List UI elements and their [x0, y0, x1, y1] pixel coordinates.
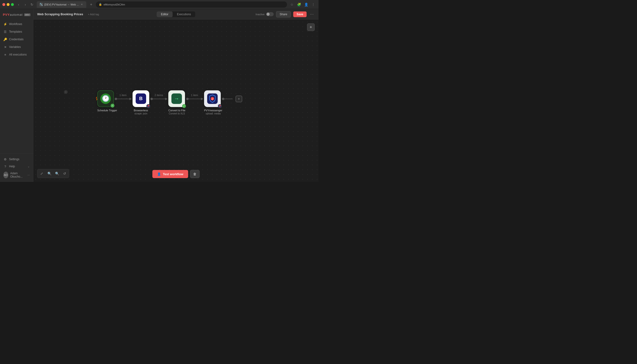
sidebar-item-help[interactable]: ? Help ⌄	[0, 163, 33, 170]
sidebar-item-templates[interactable]: ☰ Templates	[0, 28, 33, 36]
reload-button[interactable]: ↻	[29, 2, 35, 8]
zoom-in-button[interactable]: 🔍	[46, 170, 53, 177]
extensions-icon[interactable]: 🧩	[296, 2, 302, 8]
browser-tab[interactable]: 🔧 [DEV] PVYautomat → Web ... ✕	[37, 1, 86, 8]
tab-close-button[interactable]: ✕	[80, 3, 84, 6]
node-wrapper-convert: → ✓ Convert to File Convert to XLS	[168, 90, 186, 115]
node-pin-pvy: 📌	[218, 104, 222, 108]
clock-icon: 🕐	[102, 95, 110, 102]
sidebar-item-settings[interactable]: ⚙ Settings	[0, 156, 33, 163]
node-pin-browserless: 📌	[146, 104, 150, 108]
node-wrapper-pvy: ✓ 📌 PVYmessenger upload: media	[204, 90, 222, 115]
share-label: Share	[280, 13, 287, 16]
zoom-out-icon: 🔍	[55, 172, 59, 176]
help-icon: ?	[3, 164, 7, 168]
menu-icon[interactable]: ⋮	[310, 2, 316, 8]
schedule-trigger-icon: 🕐	[100, 94, 111, 104]
new-tab-button[interactable]: +	[88, 2, 94, 8]
node-sublabel-convert: Convert to XLS	[168, 112, 186, 115]
help-chevron-icon: ⌄	[28, 165, 30, 168]
tab-editor-label: Editor	[161, 13, 168, 16]
node-sublabel-pvy: upload: media	[204, 112, 222, 115]
forward-button[interactable]: ›	[22, 2, 28, 8]
node-pvymessenger[interactable]: ✓ 📌	[204, 90, 221, 107]
node-browserless[interactable]: B 📌	[132, 90, 149, 107]
node-label-browserless: Browserless	[132, 109, 149, 112]
tab-executions[interactable]: Executions	[172, 12, 195, 17]
bottom-bar: 👤 Test workflow 🗑	[152, 170, 200, 178]
share-button[interactable]: Share	[276, 11, 291, 18]
logo-pvy: PVY	[3, 13, 10, 16]
workflow-canvas[interactable]: + 1 item 2 items	[34, 20, 318, 182]
sidebar-label-executions: All executions	[9, 53, 27, 56]
tab-title: [DEV] PVYautomat → Web ...	[44, 3, 79, 6]
back-button[interactable]: ‹	[16, 2, 22, 8]
browser-actions: ☆ 🧩 👤 ⋮	[289, 2, 316, 8]
save-button[interactable]: Save	[293, 12, 306, 17]
sidebar-item-executions[interactable]: ≡ All executions	[0, 51, 33, 58]
zoom-controls: ⤢ 🔍 🔍 ↺	[37, 169, 69, 178]
reset-zoom-button[interactable]: ↺	[61, 170, 68, 177]
add-after-last-node-button[interactable]: +	[236, 96, 242, 102]
node-status-check-convert: ✓	[182, 104, 186, 108]
sidebar-nav: ⚡ Workflows ☰ Templates 🔑 Credentials ✕ …	[0, 20, 33, 154]
workflow-diagram: 1 item 2 items 1 item	[95, 80, 257, 118]
sidebar-item-workflows[interactable]: ⚡ Workflows	[0, 20, 33, 28]
tab-bar: Editor Executions	[157, 12, 195, 17]
fit-view-button[interactable]: ⤢	[38, 170, 45, 177]
more-options-button[interactable]: ⋯	[309, 11, 315, 18]
sidebar-item-credentials[interactable]: 🔑 Credentials	[0, 36, 33, 43]
zoom-in-icon: 🔍	[48, 172, 52, 176]
traffic-light-red[interactable]	[2, 3, 5, 6]
credentials-icon: 🔑	[3, 38, 7, 41]
profile-icon[interactable]: 👤	[303, 2, 309, 8]
zoom-out-button[interactable]: 🔍	[54, 170, 60, 177]
workflows-icon: ⚡	[3, 22, 7, 26]
workflow-title: Web Scrapping Booking Prices	[37, 12, 83, 16]
add-tag-label: + Add tag	[88, 13, 99, 16]
inactive-toggle-area: Inactive	[256, 12, 274, 16]
sidebar-label-templates: Templates	[9, 30, 22, 33]
reset-zoom-icon: ↺	[63, 172, 66, 176]
sidebar-label-workflows: Workflows	[9, 22, 22, 26]
node-convert-to-file[interactable]: → ✓	[168, 90, 185, 107]
nav-buttons: ‹ › ↻	[16, 2, 35, 8]
sidebar-item-variables[interactable]: ✕ Variables	[0, 43, 33, 51]
templates-icon: ☰	[3, 30, 7, 34]
add-node-button[interactable]: +	[307, 23, 315, 31]
traffic-light-green[interactable]	[11, 3, 14, 6]
sidebar-item-user[interactable]: AO Adam Obucho... ···	[0, 170, 33, 180]
tab-favicon: 🔧	[40, 3, 43, 6]
topbar-right: Inactive Share Save ⋯	[256, 11, 315, 18]
address-bar[interactable]: 🔒 eMomyyud2kCAm	[96, 2, 287, 8]
sidebar-label-variables: Variables	[9, 45, 21, 49]
settings-icon: ⚙	[3, 157, 7, 161]
test-workflow-button[interactable]: 👤 Test workflow	[152, 170, 188, 178]
add-tag-button[interactable]: + Add tag	[86, 12, 101, 16]
nodes-container: 🕐 ✓ Schedule Trigger B	[95, 80, 257, 118]
convert-icon-bg: →	[172, 94, 182, 104]
logo-text: PVYautomat	[3, 13, 23, 16]
traffic-light-yellow[interactable]	[7, 3, 10, 6]
main-content: Web Scrapping Booking Prices + Add tag E…	[34, 9, 318, 182]
delete-button[interactable]: 🗑	[190, 170, 200, 178]
settings-label: Settings	[9, 158, 19, 161]
pvy-icon-bg: ✓	[207, 94, 218, 104]
svg-text:✓: ✓	[212, 98, 213, 100]
executions-icon: ≡	[3, 53, 7, 56]
active-toggle-switch[interactable]	[266, 12, 274, 16]
collapse-sidebar-button[interactable]: ‹	[64, 90, 68, 94]
node-schedule-trigger[interactable]: 🕐 ✓	[97, 90, 114, 107]
browserless-logo: B	[136, 94, 146, 104]
traffic-lights	[2, 3, 14, 6]
save-label: Save	[296, 13, 303, 16]
user-menu-icon: ···	[28, 173, 30, 177]
avatar-initials: AO	[4, 174, 8, 176]
tab-executions-label: Executions	[177, 13, 191, 16]
bookmark-icon[interactable]: ☆	[289, 2, 295, 8]
logo-area: PVYautomat DEV	[0, 11, 33, 18]
node-sublabel-browserless: scrape: json	[132, 112, 149, 115]
tab-editor[interactable]: Editor	[157, 12, 172, 17]
logo-automat: automat	[10, 13, 23, 16]
sidebar: PVYautomat DEV ⚡ Workflows ☰ Templates 🔑…	[0, 9, 34, 182]
